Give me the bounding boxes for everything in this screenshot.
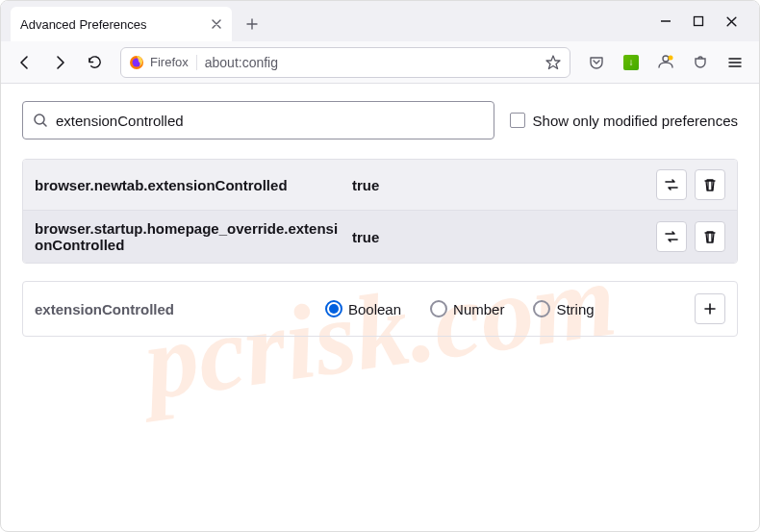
back-button[interactable] [11,48,39,77]
radio-number[interactable]: Number [430,300,504,317]
search-row: Show only modified preferences [22,101,738,139]
firefox-icon [129,55,144,70]
radio-string[interactable]: String [533,300,594,317]
url-text: about:config [205,55,537,70]
pref-actions [656,169,725,200]
pocket-button[interactable] [582,48,611,77]
page-content: Show only modified preferences browser.n… [1,84,759,354]
add-pref-name: extensionControlled [35,301,314,317]
account-button[interactable] [651,48,680,77]
forward-button[interactable] [45,48,74,77]
browser-tab[interactable]: Advanced Preferences [11,7,232,41]
delete-button[interactable] [695,169,725,200]
menu-button[interactable] [721,48,749,77]
pref-actions [656,221,725,252]
show-modified-checkbox-wrap[interactable]: Show only modified preferences [510,113,738,129]
pref-value: true [352,229,656,245]
show-modified-checkbox[interactable] [510,113,525,128]
new-tab-button[interactable] [238,10,266,38]
show-modified-label: Show only modified preferences [533,113,738,129]
titlebar: Advanced Preferences [1,1,759,41]
radio-label: String [556,301,594,317]
tab-title: Advanced Preferences [20,17,203,32]
add-button[interactable] [695,293,725,324]
protections-shield-button[interactable] [686,48,715,77]
pref-row: browser.startup.homepage_override.extens… [23,211,737,263]
maximize-button[interactable] [693,15,704,28]
svg-rect-0 [695,16,703,25]
search-input[interactable] [56,113,484,129]
toggle-button[interactable] [656,169,687,200]
preferences-table: browser.newtab.extensionControlled true … [22,159,738,264]
radio-input[interactable] [533,300,550,317]
radio-label: Boolean [348,301,401,317]
toggle-button[interactable] [656,221,687,252]
pref-row: browser.newtab.extensionControlled true [23,160,737,211]
pref-value: true [352,177,656,193]
window-controls [643,15,755,28]
delete-button[interactable] [695,221,725,252]
url-bar[interactable]: Firefox about:config [120,47,570,78]
minimize-button[interactable] [660,15,671,28]
radio-boolean[interactable]: Boolean [325,300,401,317]
identity-label: Firefox [150,55,189,69]
identity-box: Firefox [129,55,197,70]
bookmark-star-icon[interactable] [545,54,562,71]
radio-input[interactable] [325,300,342,317]
add-preference-row: extensionControlled Boolean Number Strin… [22,281,738,337]
reload-button[interactable] [80,48,109,77]
pref-name: browser.startup.homepage_override.extens… [35,220,352,253]
pref-name: browser.newtab.extensionControlled [35,177,352,193]
close-tab-icon[interactable] [211,18,222,30]
radio-label: Number [453,301,504,317]
search-icon [33,113,48,128]
radio-input[interactable] [430,300,447,317]
type-options: Boolean Number String [325,300,683,317]
close-window-button[interactable] [725,15,738,28]
extension-button[interactable]: ↓ [617,48,646,77]
preference-search-box[interactable] [22,101,494,139]
svg-point-3 [669,55,673,60]
navigation-toolbar: Firefox about:config ↓ [1,41,759,84]
